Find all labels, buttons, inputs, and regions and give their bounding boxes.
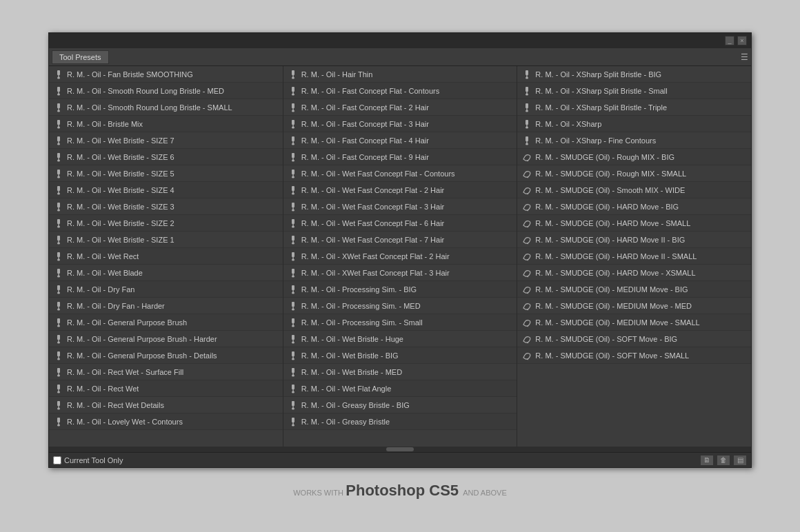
brush-item[interactable]: R. M. - Oil - Greasy Bristle - BIG	[283, 397, 517, 413]
brush-item[interactable]: R. M. - Oil - Smooth Round Long Bristle …	[49, 99, 283, 116]
tool-presets-tab[interactable]: Tool Presets	[52, 50, 109, 64]
brush-item[interactable]: R. M. - Oil - Rect Wet Details	[49, 397, 283, 413]
brush-item[interactable]: R. M. - Oil - Wet Bristle - Huge	[283, 331, 517, 347]
svg-point-23	[57, 192, 60, 194]
brush-label: R. M. - Oil - Processing Sim. - MED	[301, 302, 421, 310]
brush-item[interactable]: R. M. - Oil - XSharp - Fine Contours	[517, 132, 751, 149]
brush-item[interactable]: R. M. - Oil - Fast Concept Flat - Contou…	[283, 83, 517, 99]
create-new-button[interactable]: 🗎	[700, 455, 714, 466]
brush-item[interactable]: R. M. - Oil - Hair Thin	[283, 66, 517, 83]
brush-item[interactable]: R. M. - SMUDGE (Oil) - HARD Move II - SM…	[517, 248, 751, 265]
collapse-button[interactable]: _	[725, 36, 734, 45]
brush-icon	[53, 135, 64, 146]
brush-item[interactable]: R. M. - SMUDGE (Oil) - SOFT Move - SMALL	[517, 347, 751, 364]
brush-item[interactable]: R. M. - SMUDGE (Oil) - Rough MIX - BIG	[517, 149, 751, 165]
brush-item[interactable]: R. M. - SMUDGE (Oil) - HARD Move - BIG	[517, 198, 751, 215]
brush-item[interactable]: R. M. - Oil - Dry Fan - Harder	[49, 298, 283, 314]
brush-item[interactable]: R. M. - Oil - General Purpose Brush - Ha…	[49, 331, 283, 347]
close-button[interactable]: ×	[737, 36, 747, 45]
brush-item[interactable]: R. M. - SMUDGE (Oil) - HARD Move II - BI…	[517, 232, 751, 248]
brush-item[interactable]: R. M. - Oil - Wet Bristle - SIZE 3	[49, 198, 283, 215]
tab-menu-icon[interactable]: ☰	[741, 52, 748, 62]
brush-item[interactable]: R. M. - Oil - Wet Fast Concept Flat - 2 …	[283, 182, 517, 198]
brush-item[interactable]: R. M. - Oil - XSharp Split Bristle - BIG	[517, 66, 751, 83]
brush-item[interactable]: R. M. - Oil - Processing Sim. - Small	[283, 314, 517, 331]
brush-item[interactable]: R. M. - Oil - Wet Bristle - SIZE 5	[49, 165, 283, 182]
brush-icon	[288, 267, 299, 278]
brush-icon	[53, 152, 64, 163]
brush-item[interactable]: R. M. - Oil - Wet Blade	[49, 265, 283, 281]
brush-icon	[53, 85, 64, 96]
brush-item[interactable]: R. M. - Oil - Rect Wet	[49, 380, 283, 397]
brush-icon	[53, 334, 64, 345]
brush-label: R. M. - SMUDGE (Oil) - HARD Move - BIG	[535, 203, 679, 211]
brush-item[interactable]: R. M. - Oil - Wet Fast Concept Flat - 3 …	[283, 198, 517, 215]
brush-icon	[53, 383, 64, 394]
brush-item[interactable]: R. M. - SMUDGE (Oil) - MEDIUM Move - SMA…	[517, 314, 751, 331]
svg-rect-132	[526, 70, 528, 75]
brush-item[interactable]: R. M. - Oil - Fast Concept Flat - 2 Hair	[283, 99, 517, 116]
brush-item[interactable]: R. M. - SMUDGE (Oil) - Rough MIX - SMALL	[517, 165, 751, 182]
brush-label: R. M. - Oil - Hair Thin	[301, 70, 373, 79]
brush-item[interactable]: R. M. - Oil - Lovely Wet - Contours	[49, 413, 283, 430]
brush-item[interactable]: R. M. - Oil - Fast Concept Flat - 9 Hair	[283, 149, 517, 165]
brush-item[interactable]: R. M. - Oil - Wet Bristle - SIZE 6	[49, 149, 283, 165]
brush-item[interactable]: R. M. - Oil - Fast Concept Flat - 4 Hair	[283, 132, 517, 149]
brush-icon	[288, 85, 299, 96]
brush-item[interactable]: R. M. - Oil - Processing Sim. - MED	[283, 298, 517, 314]
svg-point-17	[57, 159, 60, 161]
brush-item[interactable]: R. M. - SMUDGE (Oil) - Smooth MIX - WIDE	[517, 182, 751, 198]
svg-rect-18	[57, 170, 60, 174]
svg-point-11	[57, 126, 60, 128]
brush-item[interactable]: R. M. - Oil - Wet Rect	[49, 248, 283, 265]
brush-item[interactable]: R. M. - Oil - Wet Fast Concept Flat - 6 …	[283, 215, 517, 232]
svg-point-83	[292, 159, 294, 161]
brush-item[interactable]: R. M. - Oil - Greasy Bristle	[283, 413, 517, 430]
brush-item[interactable]: R. M. - Oil - General Purpose Brush - De…	[49, 347, 283, 364]
svg-rect-117	[292, 351, 294, 356]
menu-button[interactable]: ▤	[733, 455, 747, 466]
smudge-icon	[521, 201, 532, 212]
brush-item[interactable]: R. M. - Oil - XWet Fast Concept Flat - 2…	[283, 248, 517, 265]
brush-item[interactable]: R. M. - Oil - Processing Sim. - BIG	[283, 281, 517, 298]
brush-item[interactable]: R. M. - SMUDGE (Oil) - MEDIUM Move - MED	[517, 298, 751, 314]
brush-label: R. M. - Oil - Fan Bristle SMOOTHING	[67, 70, 193, 79]
brush-item[interactable]: R. M. - Oil - XSharp Split Bristle - Sma…	[517, 83, 751, 99]
brush-icon	[288, 135, 299, 146]
brush-label: R. M. - SMUDGE (Oil) - HARD Move - XSMAL…	[535, 269, 695, 277]
brush-item[interactable]: R. M. - Oil - Smooth Round Long Bristle …	[49, 83, 283, 99]
brush-item[interactable]: R. M. - Oil - Dry Fan	[49, 281, 283, 298]
delete-button[interactable]: 🗑	[717, 455, 730, 466]
brush-item[interactable]: R. M. - SMUDGE (Oil) - SOFT Move - BIG	[517, 331, 751, 347]
brush-item[interactable]: R. M. - Oil - Fast Concept Flat - 3 Hair	[283, 116, 517, 132]
svg-rect-51	[57, 351, 60, 356]
brush-item[interactable]: R. M. - Oil - XSharp	[517, 116, 751, 132]
svg-point-47	[57, 325, 60, 327]
brush-item[interactable]: R. M. - Oil - Rect Wet - Surface Fill	[49, 364, 283, 380]
brush-item[interactable]: R. M. - Oil - Wet Flat Angle	[283, 380, 517, 397]
svg-point-53	[57, 358, 60, 360]
brush-item[interactable]: R. M. - SMUDGE (Oil) - HARD Move - SMALL	[517, 215, 751, 232]
svg-rect-99	[292, 252, 294, 257]
brush-item[interactable]: R. M. - Oil - Wet Bristle - SIZE 1	[49, 232, 283, 248]
brush-item[interactable]: R. M. - Oil - Wet Bristle - MED	[283, 364, 517, 380]
scrollbar-area[interactable]	[49, 447, 751, 452]
brush-item[interactable]: R. M. - Oil - Wet Bristle - SIZE 7	[49, 132, 283, 149]
brush-item[interactable]: R. M. - Oil - Wet Bristle - SIZE 2	[49, 215, 283, 232]
brush-item[interactable]: R. M. - SMUDGE (Oil) - HARD Move - XSMAL…	[517, 265, 751, 281]
brush-item[interactable]: R. M. - Oil - Wet Fast Concept Flat - 7 …	[283, 232, 517, 248]
brush-item[interactable]: R. M. - Oil - Bristle Mix	[49, 116, 283, 132]
svg-rect-78	[292, 136, 294, 141]
brush-item[interactable]: R. M. - Oil - Wet Bristle - SIZE 4	[49, 182, 283, 198]
brush-item[interactable]: R. M. - Oil - Wet Fast Concept Flat - Co…	[283, 165, 517, 182]
brush-icon	[53, 234, 64, 245]
brush-item[interactable]: R. M. - Oil - Fan Bristle SMOOTHING	[49, 66, 283, 83]
brush-item[interactable]: R. M. - Oil - XSharp Split Bristle - Tri…	[517, 99, 751, 116]
brush-item[interactable]: R. M. - Oil - General Purpose Brush	[49, 314, 283, 331]
brush-item[interactable]: R. M. - Oil - XWet Fast Concept Flat - 3…	[283, 265, 517, 281]
brush-item[interactable]: R. M. - SMUDGE (Oil) - MEDIUM Move - BIG	[517, 281, 751, 298]
brush-item[interactable]: R. M. - Oil - Wet Bristle - BIG	[283, 347, 517, 364]
current-tool-checkbox[interactable]	[53, 456, 61, 464]
brush-icon	[288, 102, 299, 113]
svg-rect-33	[57, 252, 60, 257]
